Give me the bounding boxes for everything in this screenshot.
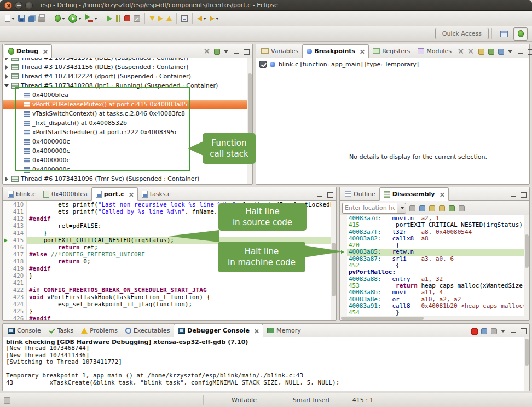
disasm-line[interactable]: 40083a7d: movi.n a2, 1 xyxy=(340,215,529,222)
tab-variables[interactable]: Variables xyxy=(257,44,302,58)
disasm-line[interactable]: 420 } xyxy=(340,242,529,249)
forward-button[interactable] xyxy=(208,12,221,25)
tab-breakpoints[interactable]: Breakpoints xyxy=(302,44,369,58)
disconnect-button[interactable] xyxy=(132,12,142,25)
skip-all-breakpoints-icon[interactable] xyxy=(496,47,505,55)
terminate-icon[interactable] xyxy=(470,326,478,335)
window-minimize-button[interactable] xyxy=(15,2,22,9)
expander-icon[interactable] xyxy=(3,65,10,70)
disasm-line[interactable]: 40083a88: entry a1, 32 xyxy=(340,276,529,283)
tab-memory[interactable]: Memory xyxy=(263,324,305,337)
save-all-button[interactable] xyxy=(27,12,36,25)
expander-icon[interactable] xyxy=(3,84,10,87)
debug-thread[interactable]: Thread #4 1073432224 (dport) (Suspended … xyxy=(3,72,252,81)
maximize-icon[interactable] xyxy=(526,47,532,55)
debug-scrollbar[interactable] xyxy=(247,58,252,184)
quick-access-button[interactable]: Quick Access xyxy=(435,28,489,39)
remove-all-breakpoints-icon[interactable] xyxy=(467,47,475,55)
tab-port-c[interactable]: port.c xyxy=(91,187,138,201)
code-line[interactable]: 422#if CONFIG_FREERTOS_BREAK_ON_SCHEDULE… xyxy=(3,286,336,294)
stack-frame[interactable]: _frxt_dispatch() at 0x4008532b xyxy=(3,118,252,128)
close-icon[interactable] xyxy=(440,192,444,197)
disasm-line-current[interactable]: 40083a85: retw.n xyxy=(340,249,529,255)
stack-frame[interactable]: vTaskSwitchContext() at tasks.c:2,846 0x… xyxy=(3,109,252,118)
tab-modules[interactable]: Modules xyxy=(414,44,455,58)
suspend-button[interactable] xyxy=(114,12,123,25)
code-line[interactable]: 426#endif xyxy=(3,315,336,320)
debug-thread[interactable]: Thread #6 1073431096 (Tmr Svc) (Suspende… xyxy=(3,174,252,184)
disasm-line[interactable]: 415 portEXIT_CRITICAL_NESTED(irqStatus); xyxy=(340,222,529,228)
go-to-file-icon[interactable] xyxy=(487,47,495,55)
stack-frame[interactable]: 0x4000000c xyxy=(3,165,252,174)
step-return-button[interactable] xyxy=(165,12,174,25)
goto-pc-icon[interactable] xyxy=(408,204,416,212)
disasm-line[interactable]: 40083a87: srli a3, a0, 6 xyxy=(340,256,529,262)
back-button[interactable] xyxy=(195,12,208,25)
tab-tasks-c[interactable]: tasks.c xyxy=(138,187,175,200)
tab-outline[interactable]: Outline xyxy=(341,187,379,200)
location-dropdown-button[interactable] xyxy=(397,203,406,214)
disassembly-hscrollbar[interactable] xyxy=(340,316,524,320)
clear-console-icon[interactable] xyxy=(489,326,498,335)
disassembly-content[interactable]: 40083a7d: movi.n a2, 1 415 portEXIT_CRIT… xyxy=(340,215,529,320)
tab-tasks[interactable]: Tasks xyxy=(45,324,77,337)
minimize-icon[interactable] xyxy=(509,326,517,335)
new-button[interactable] xyxy=(3,12,16,25)
run-button[interactable] xyxy=(67,12,83,25)
tab-problems[interactable]: Problems xyxy=(77,324,122,337)
minimize-icon[interactable] xyxy=(509,190,517,198)
minimize-icon[interactable] xyxy=(316,190,324,198)
tab-0x4000bfea[interactable]: 0x4000bfea xyxy=(39,187,91,200)
disasm-line[interactable]: 453 return heap_caps_malloc(xWantedSize xyxy=(340,283,529,289)
code-line[interactable]: 420} xyxy=(3,272,336,279)
refresh-icon[interactable] xyxy=(418,204,426,212)
view-menu-icon[interactable] xyxy=(499,326,507,335)
disasm-line[interactable]: 40083a8b: movi a11, 4 xyxy=(340,289,529,296)
disasm-line[interactable]: 40083a91: call8 0x40081b20 <heap_caps_ma… xyxy=(340,303,529,309)
maximize-icon[interactable] xyxy=(242,47,250,55)
step-over-button[interactable] xyxy=(157,12,165,25)
debug-thread[interactable]: Thread #5 1073410208 (ipc1 : Running) (S… xyxy=(3,81,252,90)
disasm-line[interactable]: pvPortMalloc: xyxy=(340,269,529,276)
show-supported-breakpoints-icon[interactable] xyxy=(477,47,485,55)
debug-button[interactable] xyxy=(53,12,67,25)
expander-icon[interactable] xyxy=(3,58,10,60)
remove-breakpoint-icon[interactable] xyxy=(457,47,465,55)
show-source-icon[interactable] xyxy=(427,204,436,212)
cpp-perspective-button[interactable] xyxy=(497,27,511,41)
terminate-button[interactable] xyxy=(123,12,132,25)
debug-perspective-button[interactable] xyxy=(513,27,528,41)
code-line[interactable]: 424 esp_set_breakpoint_if_jtag(function)… xyxy=(3,301,336,308)
disasm-line[interactable]: 40083a82: callx8 a8 xyxy=(340,236,529,242)
sync-icon[interactable] xyxy=(437,204,446,212)
instruction-stepping-button[interactable] xyxy=(180,12,189,25)
tab-disassembly[interactable]: Disassembly xyxy=(379,187,449,201)
window-maximize-button[interactable] xyxy=(25,2,33,9)
breakpoint-checkbox[interactable] xyxy=(259,61,267,68)
disasm-line[interactable]: 452 { xyxy=(340,262,529,269)
track-expression-icon[interactable] xyxy=(447,204,455,212)
debug-thread[interactable]: Thread #3 1073431156 (IDLE) (Suspended :… xyxy=(3,62,252,72)
pin-console-icon[interactable] xyxy=(479,326,488,335)
settings-icon[interactable] xyxy=(457,204,465,212)
code-line[interactable]: 425} xyxy=(3,308,336,315)
code-line[interactable]: 421 xyxy=(3,279,336,286)
maximize-icon[interactable] xyxy=(519,190,527,198)
code-line[interactable]: 423void vPortFirstTaskHook(TaskFunction_… xyxy=(3,294,336,301)
disasm-line[interactable]: 40083a7f: l32r a8, 0x40080544 xyxy=(340,229,529,236)
window-close-button[interactable] xyxy=(4,2,12,9)
close-icon[interactable] xyxy=(360,49,365,54)
breakpoint-entry[interactable]: blink.c [function: app_main] [type: Temp… xyxy=(256,58,529,71)
maximize-icon[interactable] xyxy=(326,190,334,198)
disassembly-vscrollbar[interactable] xyxy=(524,215,529,320)
save-button[interactable] xyxy=(16,12,27,25)
console-scrollbar[interactable] xyxy=(524,337,529,391)
stack-frame-selected[interactable]: vPortCPUReleaseMutex() at port.c:415 0x4… xyxy=(3,100,252,109)
location-input[interactable] xyxy=(342,203,397,214)
expander-icon[interactable] xyxy=(3,177,10,181)
tab-blink-c[interactable]: blink.c xyxy=(4,187,39,200)
minimize-icon[interactable] xyxy=(516,47,524,55)
tab-debugger-console[interactable]: Debugger Console xyxy=(174,324,263,337)
restart-icon[interactable] xyxy=(212,47,221,55)
close-icon[interactable] xyxy=(129,192,134,197)
